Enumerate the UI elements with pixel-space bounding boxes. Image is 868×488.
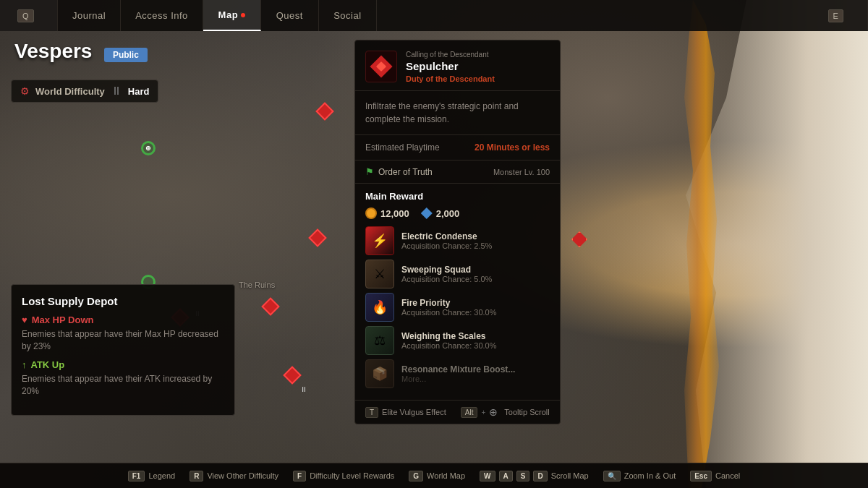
reward-chance-0: Acquisition Chance: 2.5%	[401, 241, 550, 250]
blue-amount: 2,000	[436, 208, 460, 219]
nav-quest[interactable]: Quest	[261, 0, 319, 31]
legend-label: Legend	[148, 471, 175, 480]
map-marker-enemy-5[interactable]	[286, 369, 299, 382]
difficulty-rewards-label: Difficulty Level Rewards	[310, 471, 394, 480]
cancel-label: Cancel	[715, 471, 740, 480]
reward-icon-sweep: ⚔	[365, 260, 394, 288]
esc-key: Esc	[690, 471, 712, 481]
f-key: F	[293, 471, 306, 481]
reward-icon-electric: ⚡	[365, 226, 394, 255]
reward-item-0: ⚡ Electric Condense Acquisition Chance: …	[365, 226, 550, 255]
e-key-badge: E	[828, 9, 844, 22]
nav-access-info[interactable]: Access Info	[121, 0, 203, 31]
reward-item-more: 📦 Resonance Mixture Boost... More...	[365, 359, 550, 388]
reward-info-more: Resonance Mixture Boost... More...	[401, 364, 550, 383]
reward-info-0: Electric Condense Acquisition Chance: 2.…	[401, 231, 550, 250]
lost-supply-tooltip: Lost Supply Depot ♥ Max HP Down Enemies …	[11, 284, 235, 416]
nav-key-e[interactable]: E	[810, 0, 868, 31]
gold-icon	[365, 207, 377, 219]
view-difficulty-btn[interactable]: R View Other Difficulty	[190, 471, 278, 481]
reward-chance-1: Acquisition Chance: 5.0%	[401, 275, 550, 283]
zoom-btn[interactable]: 🔍 Zoom In & Out	[603, 471, 676, 481]
wasd-key-s: S	[516, 471, 530, 481]
faction-level: Monster Lv. 100	[493, 168, 550, 176]
reward-name-0: Electric Condense	[401, 231, 550, 241]
world-map-btn[interactable]: G World Map	[409, 471, 465, 481]
playtime-label: Estimated Playtime	[365, 142, 440, 153]
difficulty-rewards-btn[interactable]: F Difficulty Level Rewards	[293, 471, 394, 481]
world-header: Vespers Public	[14, 40, 148, 63]
difficulty-label: World Difficulty	[35, 86, 105, 97]
reward-info-2: Fire Priority Acquisition Chance: 30.0%	[401, 298, 550, 317]
reward-chance-3: Acquisition Chance: 30.0%	[401, 341, 550, 350]
f1-key: F1	[128, 471, 145, 481]
map-marker-circle[interactable]: ⊕	[141, 141, 156, 155]
t-key: T	[365, 407, 378, 418]
map-marker-main[interactable]	[571, 231, 587, 247]
hp-icon: ♥	[22, 314, 27, 325]
reward-name-2: Fire Priority	[401, 298, 550, 308]
social-label: Social	[333, 10, 361, 21]
nav-social[interactable]: Social	[319, 0, 377, 31]
legend-btn[interactable]: F1 Legend	[128, 471, 175, 481]
scroll-map-btn[interactable]: W A S D Scroll Map	[480, 471, 589, 481]
world-name: Vespers	[14, 40, 92, 62]
reward-icon-more: 📦	[365, 359, 394, 388]
r-key: R	[190, 471, 203, 481]
mission-actions: T Elite Vulgus Effect Alt + ⊕ Tooltip Sc…	[355, 400, 560, 424]
mission-diamond-icon	[370, 55, 392, 77]
faction-label: Order of Truth	[378, 167, 433, 177]
reward-icon-fire: 🔥	[365, 293, 394, 322]
effect-atk: ↑ ATK Up Enemies that appear have their …	[22, 359, 224, 398]
cancel-btn[interactable]: Esc Cancel	[690, 471, 740, 481]
map-location-label: The Ruins	[239, 281, 275, 289]
playtime-row: Estimated Playtime 20 Minutes or less	[355, 135, 560, 160]
difficulty-icon: ⚙	[20, 85, 30, 97]
reward-name-1: Sweeping Squad	[401, 265, 550, 275]
tooltip-scroll-label: Tooltip Scroll	[504, 408, 549, 416]
elite-vulgus-action[interactable]: T Elite Vulgus Effect	[365, 407, 446, 418]
reward-info-3: Weighing the Scales Acquisition Chance: …	[401, 331, 550, 350]
reward-chance-more: More...	[401, 374, 550, 383]
zoom-icon-key: 🔍	[603, 471, 621, 481]
alt-key: Alt	[461, 407, 478, 418]
map-label-nav: Map	[218, 9, 239, 20]
reward-item-1: ⚔ Sweeping Squad Acquisition Chance: 5.0…	[365, 260, 550, 288]
quest-label: Quest	[276, 10, 303, 21]
map-marker-enemy-2[interactable]	[311, 231, 324, 244]
top-navigation: Q Journal Access Info Map Quest Social E	[0, 0, 868, 31]
blue-currency: 2,000	[421, 207, 460, 219]
reward-chance-2: Acquisition Chance: 30.0%	[401, 308, 550, 317]
reward-item-3: ⚖ Weighing the Scales Acquisition Chance…	[365, 326, 550, 355]
tooltip-scroll-action[interactable]: Alt + ⊕ Tooltip Scroll	[461, 406, 550, 418]
scroll-map-label: Scroll Map	[551, 471, 589, 480]
faction-row: ⚑ Order of Truth Monster Lv. 100	[355, 160, 560, 184]
public-badge: Public	[104, 48, 148, 62]
zoom-label: Zoom In & Out	[624, 471, 676, 480]
reward-icon-weigh: ⚖	[365, 326, 394, 355]
wasd-key-w: W	[480, 471, 495, 481]
faction-icon: ⚑	[365, 166, 374, 177]
view-difficulty-label: View Other Difficulty	[207, 471, 278, 480]
map-marker-enemy-3[interactable]	[264, 300, 277, 313]
atk-label: ATK Up	[31, 359, 65, 370]
world-difficulty-panel[interactable]: ⚙ World Difficulty ⏸ Hard	[11, 80, 158, 103]
currency-row: 12,000 2,000	[365, 207, 550, 219]
tooltip-title: Lost Supply Depot	[22, 295, 224, 307]
mission-type: Duty of the Descendant	[406, 74, 550, 83]
wasd-key-a: A	[499, 471, 513, 481]
gold-amount: 12,000	[380, 208, 409, 219]
reward-section: Main Reward 12,000 2,000 ⚡ Electric Cond…	[355, 184, 560, 400]
map-marker-enemy[interactable]	[318, 105, 331, 118]
gold-currency: 12,000	[365, 207, 409, 219]
mission-panel: Calling of the Descendant Sepulcher Duty…	[354, 40, 561, 424]
g-key: G	[409, 471, 423, 481]
mission-title-block: Calling of the Descendant Sepulcher Duty…	[406, 51, 550, 83]
playtime-value: 20 Minutes or less	[475, 142, 550, 153]
scroll-icon: ⊕	[489, 406, 498, 418]
nav-key-q[interactable]: Q	[0, 0, 58, 31]
faction-name: ⚑ Order of Truth	[365, 166, 433, 177]
nav-journal[interactable]: Journal	[58, 0, 121, 31]
nav-map[interactable]: Map	[203, 0, 261, 31]
hp-desc: Enemies that appear have their Max HP de…	[22, 328, 224, 353]
